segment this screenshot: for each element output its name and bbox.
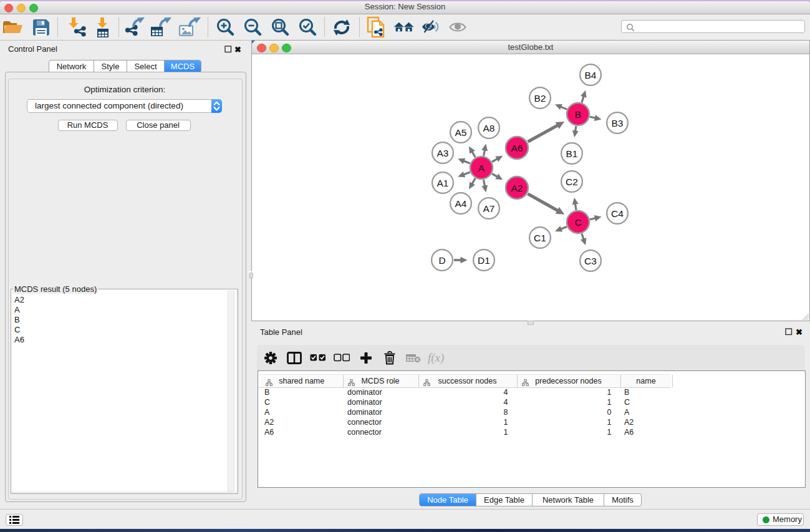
- svg-text:B2: B2: [534, 93, 546, 104]
- svg-text:D: D: [438, 255, 445, 266]
- svg-text:B: B: [575, 109, 581, 120]
- svg-text:C3: C3: [584, 256, 597, 266]
- svg-text:A7: A7: [483, 203, 495, 214]
- svg-text:B1: B1: [566, 148, 578, 159]
- svg-text:A6: A6: [511, 143, 523, 153]
- svg-text:A: A: [478, 163, 485, 173]
- svg-text:A5: A5: [455, 127, 467, 138]
- svg-text:A2: A2: [511, 183, 523, 193]
- svg-text:B3: B3: [612, 118, 624, 128]
- svg-text:C4: C4: [611, 208, 624, 219]
- svg-text:C2: C2: [566, 177, 578, 187]
- svg-text:A3: A3: [437, 148, 449, 158]
- svg-text:A1: A1: [437, 178, 449, 188]
- svg-text:D1: D1: [478, 255, 490, 266]
- svg-text:A8: A8: [483, 123, 495, 133]
- svg-text:C1: C1: [534, 233, 546, 243]
- svg-text:C: C: [574, 217, 581, 228]
- svg-text:A4: A4: [455, 198, 467, 209]
- svg-text:B4: B4: [585, 70, 597, 80]
